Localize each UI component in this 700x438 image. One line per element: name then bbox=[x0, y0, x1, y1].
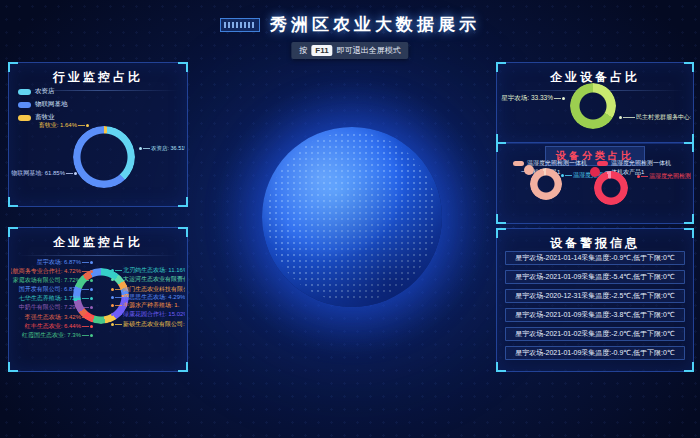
pie-label: 畜牧业: 1.64% bbox=[11, 121, 89, 130]
brand-badge-icon bbox=[220, 18, 260, 32]
panel-industry-monitor: 行业监控占比 农资店 物联网基地 畜牧业 畜牧业: 1.64% 农资店: 36.… bbox=[8, 62, 188, 207]
panel-device-ratio: 企业设备占比 星宇农场: 33.33% 民主村党群服务中心: bbox=[496, 62, 694, 144]
corner-accent bbox=[496, 362, 506, 372]
corner-accent bbox=[496, 214, 506, 224]
legend-swatch bbox=[513, 161, 524, 166]
legend-swatch bbox=[18, 115, 31, 121]
pie-label: 红丰生态农业: 6.44% bbox=[11, 322, 93, 331]
corner-accent bbox=[8, 362, 18, 372]
legend-swatch bbox=[18, 102, 31, 108]
f11-key-badge: F11 bbox=[311, 45, 332, 56]
page-title: 秀洲区农业大数据展示 bbox=[270, 13, 480, 36]
panel-title: 企业监控占比 bbox=[9, 228, 187, 251]
pie-label: 国开发有限公司: 6.87% bbox=[11, 285, 93, 294]
pie-label: 新硕生态农业有限公司: 6.87% bbox=[111, 320, 185, 329]
pie-label: 中奶牛有限公司: 7.29% bbox=[11, 303, 93, 312]
device-donut-chart bbox=[570, 83, 616, 129]
pie-label: 农资店: 36.51% bbox=[139, 145, 185, 152]
alarm-item: 星宇农场-2021-01-09采集温度:-5.4℃,低于下限:0℃ bbox=[505, 270, 685, 284]
corner-accent bbox=[496, 142, 506, 152]
alarm-item: 星宇农场-2021-01-02采集温度:-2.0℃,低于下限:0℃ bbox=[505, 327, 685, 341]
alarm-item: 星宇农场-2021-01-09采集温度:-3.8℃,低于下限:0℃ bbox=[505, 308, 685, 322]
hint-prefix: 按 bbox=[299, 45, 307, 56]
pie-label: 绿康花园合作社: 15.02% bbox=[111, 310, 185, 319]
legend-item[interactable]: 温湿度光照检测一体机 bbox=[597, 159, 671, 168]
hint-suffix: 即可退出全屏模式 bbox=[337, 45, 401, 56]
pie-label: 民主村党群服务中心: bbox=[619, 113, 691, 122]
mini-segment-dot bbox=[590, 167, 600, 177]
alarm-item: 星宇农场-2021-01-14采集温度:-0.9℃,低于下限:0℃ bbox=[505, 251, 685, 265]
panel-alarm-info: 设备警报信息 星宇农场-2021-01-14采集温度:-0.9℃,低于下限:0℃… bbox=[496, 228, 694, 372]
legend-swatch bbox=[18, 89, 31, 95]
pie-label: 物联网基地: 61.85% bbox=[11, 169, 77, 178]
category-right-donut-chart bbox=[594, 171, 628, 205]
corner-accent bbox=[684, 214, 694, 224]
panel-title: 设备警报信息 bbox=[497, 229, 693, 252]
corner-accent bbox=[684, 362, 694, 372]
pie-label: 家庭农场有限公司: 7.72% bbox=[11, 276, 93, 285]
panel-title: 行业监控占比 bbox=[9, 63, 187, 86]
corner-accent bbox=[684, 142, 694, 152]
pie-label: 起航商务专业合作社: 4.72% bbox=[11, 267, 93, 276]
pie-label: 星宇农场: 6.87% bbox=[11, 258, 93, 267]
pie-label: 红霞国生态农业: 7.3% bbox=[11, 331, 93, 340]
corner-accent bbox=[8, 197, 18, 207]
pie-label: 星宇农场: 33.33% bbox=[501, 94, 565, 103]
pie-label: 七华生态养殖场: 1.72% bbox=[11, 294, 93, 303]
title-divider bbox=[18, 255, 178, 256]
industry-donut-chart bbox=[73, 126, 135, 188]
header: 秀洲区农业大数据展示 bbox=[0, 13, 700, 36]
category-left-donut-chart bbox=[530, 168, 562, 200]
legend-item[interactable]: 农资店 bbox=[18, 87, 68, 96]
corner-accent bbox=[178, 362, 188, 372]
mini-segment-dot bbox=[524, 165, 534, 175]
alarm-item: 星宇农场-2020-12-31采集温度:-2.5℃,低于下限:0℃ bbox=[505, 289, 685, 303]
legend-swatch bbox=[597, 161, 608, 166]
pie-label: 大运河生态农业有限责任公 bbox=[111, 275, 185, 284]
panel-device-category: 设备分类占比 温湿度光照检测一体机 一体机农产品1 温湿度光照检测一 温湿度光照… bbox=[496, 142, 694, 224]
fullscreen-hint: 按 F11 即可退出全屏模式 bbox=[291, 42, 408, 59]
globe-visualization bbox=[262, 127, 442, 307]
panel-enterprise-monitor: 企业监控占比 星宇农场: 6.87% 起航商务专业合作社: 4.72% 家庭农场… bbox=[8, 227, 188, 372]
pie-label: 北刃鸽生态农场: 11.16% bbox=[111, 266, 185, 275]
legend-item[interactable]: 物联网基地 bbox=[18, 100, 68, 109]
pie-label: 丰源水产种养殖场: 1. bbox=[111, 301, 185, 310]
pie-callout-label: 温湿度光照检测一 bbox=[637, 172, 691, 181]
alarm-item: 星宇农场-2021-01-09采集温度:-0.9℃,低于下限:0℃ bbox=[505, 346, 685, 360]
pie-label: 李强生态农场: 3.42% bbox=[11, 313, 93, 322]
corner-accent bbox=[178, 197, 188, 207]
